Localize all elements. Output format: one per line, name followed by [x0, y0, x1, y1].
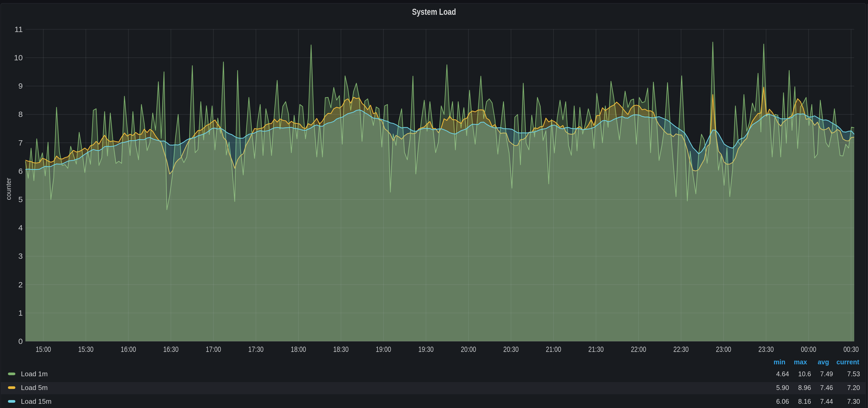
svg-text:15:30: 15:30 — [78, 345, 93, 353]
svg-text:00:00: 00:00 — [801, 345, 816, 353]
svg-text:8.96: 8.96 — [798, 384, 811, 391]
svg-text:18:30: 18:30 — [333, 345, 349, 353]
svg-text:11: 11 — [14, 25, 23, 34]
svg-text:avg: avg — [818, 358, 829, 366]
svg-text:22:30: 22:30 — [673, 345, 689, 353]
svg-text:6: 6 — [18, 167, 23, 175]
svg-text:8: 8 — [18, 110, 23, 118]
svg-text:23:00: 23:00 — [716, 345, 732, 353]
svg-text:7.20: 7.20 — [847, 384, 860, 391]
svg-text:00:30: 00:30 — [843, 345, 859, 353]
svg-text:10.6: 10.6 — [798, 370, 811, 378]
svg-text:17:00: 17:00 — [206, 345, 221, 353]
svg-text:20:30: 20:30 — [503, 345, 519, 353]
svg-text:16:30: 16:30 — [163, 345, 179, 353]
svg-text:7.46: 7.46 — [820, 384, 833, 391]
svg-text:8.16: 8.16 — [798, 398, 811, 405]
svg-text:7.44: 7.44 — [820, 398, 833, 405]
svg-text:System Load: System Load — [412, 7, 456, 17]
svg-text:19:30: 19:30 — [418, 345, 434, 353]
svg-text:7.49: 7.49 — [820, 370, 833, 378]
svg-text:10: 10 — [14, 53, 23, 62]
svg-text:Load 5m: Load 5m — [21, 384, 48, 392]
svg-text:0: 0 — [18, 337, 23, 346]
svg-text:9: 9 — [18, 81, 23, 90]
svg-text:19:00: 19:00 — [376, 345, 391, 353]
svg-text:22:00: 22:00 — [631, 345, 646, 353]
svg-text:15:00: 15:00 — [36, 345, 51, 353]
svg-text:21:30: 21:30 — [588, 345, 604, 353]
svg-text:7.30: 7.30 — [847, 398, 860, 405]
svg-text:7: 7 — [18, 138, 23, 147]
svg-text:18:00: 18:00 — [291, 345, 306, 353]
svg-text:current: current — [836, 358, 860, 366]
svg-text:4: 4 — [18, 223, 23, 232]
svg-text:max: max — [794, 358, 807, 366]
svg-text:16:00: 16:00 — [121, 345, 136, 353]
svg-text:min: min — [774, 358, 785, 366]
svg-text:5.90: 5.90 — [776, 384, 789, 391]
svg-text:3: 3 — [18, 251, 23, 260]
svg-text:5: 5 — [18, 195, 23, 204]
svg-text:Load 1m: Load 1m — [21, 370, 48, 378]
svg-text:6.06: 6.06 — [776, 398, 789, 405]
svg-text:2: 2 — [18, 280, 23, 289]
svg-text:7.53: 7.53 — [847, 370, 860, 378]
svg-text:counter: counter — [4, 178, 12, 200]
svg-text:4.64: 4.64 — [776, 370, 789, 378]
svg-text:23:30: 23:30 — [758, 345, 774, 353]
svg-text:1: 1 — [18, 308, 23, 317]
svg-text:20:00: 20:00 — [461, 345, 476, 353]
svg-text:Load 15m: Load 15m — [21, 398, 52, 405]
svg-text:17:30: 17:30 — [248, 345, 264, 353]
svg-text:21:00: 21:00 — [546, 345, 561, 353]
